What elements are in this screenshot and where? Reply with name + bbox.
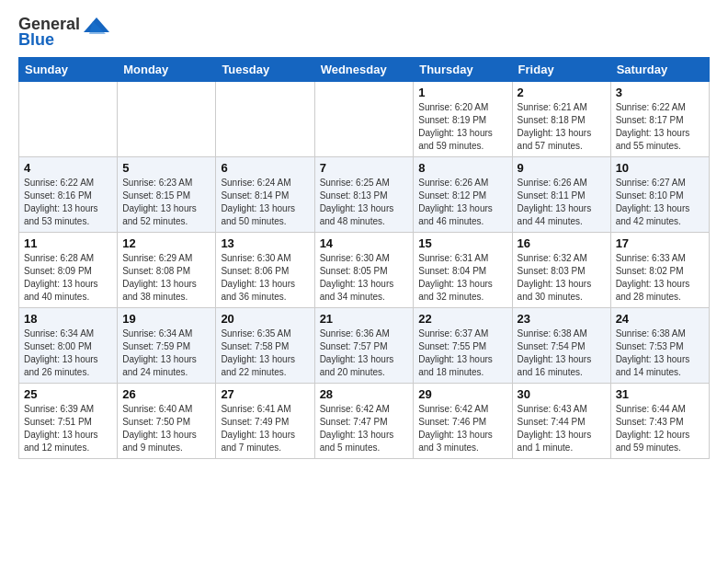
calendar-week-2: 4Sunrise: 6:22 AM Sunset: 8:16 PM Daylig… — [19, 157, 710, 233]
calendar-cell: 4Sunrise: 6:22 AM Sunset: 8:16 PM Daylig… — [19, 157, 118, 233]
day-info: Sunrise: 6:26 AM Sunset: 8:11 PM Dayligh… — [518, 177, 606, 228]
calendar-cell: 28Sunrise: 6:42 AM Sunset: 7:47 PM Dayli… — [314, 384, 414, 459]
day-info: Sunrise: 6:24 AM Sunset: 8:14 PM Dayligh… — [221, 177, 309, 228]
day-number: 20 — [221, 312, 309, 326]
day-number: 24 — [616, 312, 704, 326]
calendar-cell: 27Sunrise: 6:41 AM Sunset: 7:49 PM Dayli… — [216, 384, 314, 459]
day-number: 25 — [24, 387, 112, 401]
weekday-header-saturday: Saturday — [610, 58, 709, 82]
day-info: Sunrise: 6:30 AM Sunset: 8:06 PM Dayligh… — [221, 252, 309, 304]
calendar-cell: 12Sunrise: 6:29 AM Sunset: 8:08 PM Dayli… — [118, 233, 216, 308]
day-number: 17 — [616, 236, 704, 250]
day-info: Sunrise: 6:33 AM Sunset: 8:02 PM Dayligh… — [616, 252, 704, 304]
calendar-cell: 8Sunrise: 6:26 AM Sunset: 8:12 PM Daylig… — [414, 157, 512, 233]
day-info: Sunrise: 6:44 AM Sunset: 7:43 PM Dayligh… — [616, 403, 704, 454]
day-info: Sunrise: 6:26 AM Sunset: 8:12 PM Dayligh… — [418, 177, 506, 228]
day-info: Sunrise: 6:20 AM Sunset: 8:19 PM Dayligh… — [418, 101, 506, 153]
day-info: Sunrise: 6:34 AM Sunset: 8:00 PM Dayligh… — [24, 327, 112, 379]
day-info: Sunrise: 6:22 AM Sunset: 8:16 PM Dayligh… — [24, 177, 112, 228]
day-number: 16 — [518, 236, 606, 250]
weekday-header-monday: Monday — [118, 58, 216, 82]
calendar-cell: 18Sunrise: 6:34 AM Sunset: 8:00 PM Dayli… — [19, 308, 118, 384]
day-number: 3 — [616, 86, 704, 99]
day-info: Sunrise: 6:39 AM Sunset: 7:51 PM Dayligh… — [24, 403, 112, 454]
calendar-header-row: SundayMondayTuesdayWednesdayThursdayFrid… — [19, 58, 710, 82]
day-info: Sunrise: 6:31 AM Sunset: 8:04 PM Dayligh… — [418, 252, 506, 304]
day-number: 21 — [320, 312, 409, 326]
calendar-cell: 13Sunrise: 6:30 AM Sunset: 8:06 PM Dayli… — [216, 233, 314, 308]
day-info: Sunrise: 6:25 AM Sunset: 8:13 PM Dayligh… — [320, 177, 409, 228]
calendar-cell: 24Sunrise: 6:38 AM Sunset: 7:53 PM Dayli… — [610, 308, 709, 384]
day-info: Sunrise: 6:27 AM Sunset: 8:10 PM Dayligh… — [616, 177, 704, 228]
logo-blue-text: Blue — [18, 30, 54, 50]
day-number: 2 — [518, 86, 606, 99]
calendar-cell: 3Sunrise: 6:22 AM Sunset: 8:17 PM Daylig… — [610, 82, 709, 157]
day-number: 23 — [518, 312, 606, 326]
day-info: Sunrise: 6:41 AM Sunset: 7:49 PM Dayligh… — [221, 403, 309, 454]
calendar-week-5: 25Sunrise: 6:39 AM Sunset: 7:51 PM Dayli… — [19, 384, 710, 459]
day-number: 8 — [418, 161, 506, 175]
day-info: Sunrise: 6:28 AM Sunset: 8:09 PM Dayligh… — [24, 252, 112, 304]
day-info: Sunrise: 6:42 AM Sunset: 7:47 PM Dayligh… — [320, 403, 409, 454]
page-header: General Blue — [18, 15, 710, 50]
weekday-header-sunday: Sunday — [19, 58, 118, 82]
day-info: Sunrise: 6:32 AM Sunset: 8:03 PM Dayligh… — [518, 252, 606, 304]
day-number: 10 — [616, 161, 704, 175]
day-info: Sunrise: 6:35 AM Sunset: 7:58 PM Dayligh… — [221, 327, 309, 379]
day-number: 13 — [221, 236, 309, 250]
calendar-cell: 30Sunrise: 6:43 AM Sunset: 7:44 PM Dayli… — [512, 384, 610, 459]
calendar-cell: 11Sunrise: 6:28 AM Sunset: 8:09 PM Dayli… — [19, 233, 118, 308]
calendar-cell: 2Sunrise: 6:21 AM Sunset: 8:18 PM Daylig… — [512, 82, 610, 157]
calendar-cell: 25Sunrise: 6:39 AM Sunset: 7:51 PM Dayli… — [19, 384, 118, 459]
day-info: Sunrise: 6:23 AM Sunset: 8:15 PM Dayligh… — [122, 177, 210, 228]
calendar-cell: 16Sunrise: 6:32 AM Sunset: 8:03 PM Dayli… — [512, 233, 610, 308]
day-info: Sunrise: 6:21 AM Sunset: 8:18 PM Dayligh… — [518, 101, 606, 153]
calendar-cell: 15Sunrise: 6:31 AM Sunset: 8:04 PM Dayli… — [414, 233, 512, 308]
logo-icon — [84, 16, 109, 34]
day-number: 22 — [418, 312, 506, 326]
weekday-header-tuesday: Tuesday — [216, 58, 314, 82]
calendar-cell: 23Sunrise: 6:38 AM Sunset: 7:54 PM Dayli… — [512, 308, 610, 384]
weekday-header-thursday: Thursday — [414, 58, 512, 82]
calendar-cell: 19Sunrise: 6:34 AM Sunset: 7:59 PM Dayli… — [118, 308, 216, 384]
calendar-cell: 6Sunrise: 6:24 AM Sunset: 8:14 PM Daylig… — [216, 157, 314, 233]
calendar-table: SundayMondayTuesdayWednesdayThursdayFrid… — [18, 57, 710, 459]
calendar-cell — [118, 82, 216, 157]
calendar-cell: 17Sunrise: 6:33 AM Sunset: 8:02 PM Dayli… — [610, 233, 709, 308]
day-info: Sunrise: 6:22 AM Sunset: 8:17 PM Dayligh… — [616, 101, 704, 153]
weekday-header-wednesday: Wednesday — [314, 58, 414, 82]
day-number: 9 — [518, 161, 606, 175]
day-number: 14 — [320, 236, 409, 250]
day-number: 4 — [24, 161, 112, 175]
day-info: Sunrise: 6:29 AM Sunset: 8:08 PM Dayligh… — [122, 252, 210, 304]
day-info: Sunrise: 6:38 AM Sunset: 7:53 PM Dayligh… — [616, 327, 704, 379]
calendar-week-1: 1Sunrise: 6:20 AM Sunset: 8:19 PM Daylig… — [19, 82, 710, 157]
day-number: 29 — [418, 387, 506, 401]
calendar-cell: 21Sunrise: 6:36 AM Sunset: 7:57 PM Dayli… — [314, 308, 414, 384]
day-number: 26 — [122, 387, 210, 401]
day-number: 7 — [320, 161, 409, 175]
calendar-week-3: 11Sunrise: 6:28 AM Sunset: 8:09 PM Dayli… — [19, 233, 710, 308]
day-info: Sunrise: 6:30 AM Sunset: 8:05 PM Dayligh… — [320, 252, 409, 304]
weekday-header-friday: Friday — [512, 58, 610, 82]
day-number: 11 — [24, 236, 112, 250]
day-number: 1 — [418, 86, 506, 99]
calendar-cell: 5Sunrise: 6:23 AM Sunset: 8:15 PM Daylig… — [118, 157, 216, 233]
calendar-cell — [314, 82, 414, 157]
calendar-cell: 14Sunrise: 6:30 AM Sunset: 8:05 PM Dayli… — [314, 233, 414, 308]
day-number: 12 — [122, 236, 210, 250]
calendar-cell: 9Sunrise: 6:26 AM Sunset: 8:11 PM Daylig… — [512, 157, 610, 233]
calendar-cell — [216, 82, 314, 157]
day-number: 27 — [221, 387, 309, 401]
day-number: 5 — [122, 161, 210, 175]
day-info: Sunrise: 6:34 AM Sunset: 7:59 PM Dayligh… — [122, 327, 210, 379]
calendar-cell: 31Sunrise: 6:44 AM Sunset: 7:43 PM Dayli… — [610, 384, 709, 459]
day-info: Sunrise: 6:37 AM Sunset: 7:55 PM Dayligh… — [418, 327, 506, 379]
calendar-cell — [19, 82, 118, 157]
day-number: 30 — [518, 387, 606, 401]
calendar-cell: 20Sunrise: 6:35 AM Sunset: 7:58 PM Dayli… — [216, 308, 314, 384]
calendar-cell: 7Sunrise: 6:25 AM Sunset: 8:13 PM Daylig… — [314, 157, 414, 233]
calendar-cell: 1Sunrise: 6:20 AM Sunset: 8:19 PM Daylig… — [414, 82, 512, 157]
calendar-cell: 22Sunrise: 6:37 AM Sunset: 7:55 PM Dayli… — [414, 308, 512, 384]
day-info: Sunrise: 6:43 AM Sunset: 7:44 PM Dayligh… — [518, 403, 606, 454]
